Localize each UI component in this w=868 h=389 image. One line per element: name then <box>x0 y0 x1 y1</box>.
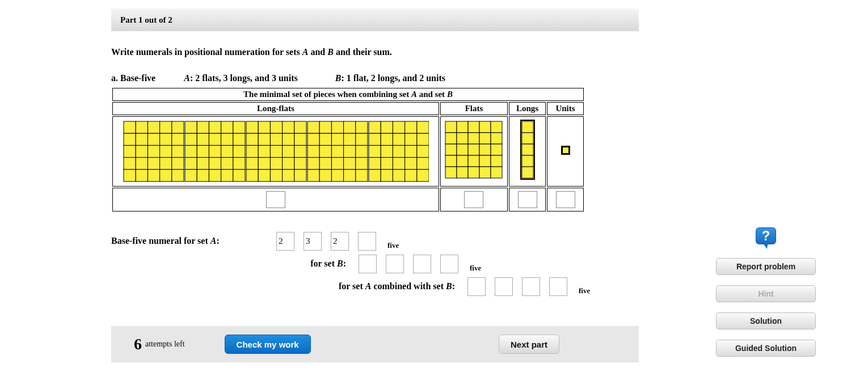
svg-rect-84 <box>356 133 368 145</box>
set-b-digit-1[interactable] <box>359 255 377 273</box>
svg-rect-30 <box>185 133 197 145</box>
svg-rect-27 <box>209 121 221 133</box>
flats-count-input[interactable] <box>464 191 483 208</box>
svg-rect-66 <box>258 158 270 170</box>
svg-rect-41 <box>197 158 209 170</box>
combined-subscript: five <box>579 286 590 298</box>
svg-rect-47 <box>209 170 221 181</box>
svg-rect-38 <box>221 145 233 157</box>
col-header-flats: Flats <box>440 102 508 115</box>
svg-rect-137 <box>468 144 479 155</box>
combined-digit-3[interactable] <box>522 277 540 296</box>
longs-input-cell <box>509 188 546 212</box>
svg-rect-114 <box>417 145 429 157</box>
svg-rect-53 <box>283 121 294 133</box>
row-c-b: B <box>446 281 452 291</box>
col-header-longs: Longs <box>509 102 546 115</box>
svg-rect-64 <box>294 145 306 157</box>
set-b-digit-2[interactable] <box>386 255 404 273</box>
svg-rect-85 <box>307 145 319 157</box>
svg-rect-144 <box>491 155 502 167</box>
svg-rect-91 <box>319 158 331 170</box>
svg-rect-136 <box>457 144 468 155</box>
question-mark-icon: ? <box>756 227 776 244</box>
longflats-input-cell <box>112 188 439 212</box>
svg-rect-42 <box>209 158 221 170</box>
longflats-cell <box>112 116 439 187</box>
longs-count-input[interactable] <box>518 191 537 208</box>
svg-rect-115 <box>369 158 381 170</box>
check-my-work-button[interactable]: Check my work <box>225 335 311 354</box>
attempts-text: attempts left <box>145 340 185 349</box>
svg-rect-13 <box>160 145 172 157</box>
set-a-digit-1[interactable] <box>276 232 294 251</box>
set-a-subscript: five <box>387 241 399 252</box>
svg-rect-17 <box>148 158 159 170</box>
svg-rect-60 <box>246 145 258 157</box>
svg-rect-125 <box>445 121 457 133</box>
set-a-digit-2[interactable] <box>304 232 322 251</box>
svg-rect-149 <box>491 167 502 178</box>
svg-rect-88 <box>344 145 356 157</box>
svg-rect-62 <box>270 145 282 157</box>
row-set-b: for set B: five <box>111 252 639 275</box>
svg-rect-19 <box>172 158 184 170</box>
svg-rect-7 <box>148 133 159 145</box>
row-a-a: A <box>210 236 217 246</box>
svg-rect-32 <box>209 133 221 145</box>
hint-button[interactable]: Hint <box>716 285 816 302</box>
svg-rect-98 <box>344 170 356 181</box>
report-problem-button[interactable]: Report problem <box>716 258 816 275</box>
set-b-digit-3[interactable] <box>413 255 431 273</box>
svg-rect-126 <box>457 121 468 133</box>
solution-button[interactable]: Solution <box>716 312 816 329</box>
set-a-digit-4[interactable] <box>358 232 376 251</box>
svg-rect-129 <box>491 121 502 133</box>
svg-rect-111 <box>381 145 393 157</box>
part-header: Part 1 out of 2 <box>111 9 639 31</box>
longflats-count-input[interactable] <box>266 191 285 208</box>
col-header-units: Units <box>547 102 584 115</box>
row-combined: for set A combined with set B: five <box>111 275 639 298</box>
svg-rect-20 <box>124 170 136 181</box>
svg-rect-82 <box>331 133 343 145</box>
combined-digit-2[interactable] <box>495 277 513 296</box>
next-part-button[interactable]: Next part <box>499 335 559 354</box>
svg-rect-67 <box>270 158 282 170</box>
combined-digit-1[interactable] <box>467 277 486 296</box>
instruction-b: B <box>327 47 334 57</box>
svg-rect-71 <box>258 170 270 181</box>
combined-digit-4[interactable] <box>549 277 567 296</box>
row-a-label: Base-five numeral for set A: <box>111 236 267 246</box>
help-icon[interactable]: ? <box>754 224 778 248</box>
svg-rect-97 <box>331 170 343 181</box>
units-count-input[interactable] <box>556 191 575 208</box>
set-a-digit-3[interactable] <box>331 232 349 251</box>
svg-rect-1 <box>136 121 148 133</box>
svg-rect-152 <box>522 133 533 144</box>
svg-rect-155 <box>522 167 533 178</box>
svg-rect-58 <box>283 133 294 145</box>
svg-rect-80 <box>307 133 319 145</box>
svg-rect-94 <box>356 158 368 170</box>
svg-rect-124 <box>417 170 429 181</box>
svg-rect-6 <box>136 133 148 145</box>
svg-rect-73 <box>283 170 294 181</box>
svg-rect-61 <box>258 145 270 157</box>
guided-solution-button[interactable]: Guided Solution <box>716 340 816 357</box>
set-b-digit-4[interactable] <box>440 255 458 273</box>
set-a-name: A <box>184 73 190 83</box>
svg-rect-40 <box>185 158 197 170</box>
svg-rect-146 <box>457 167 468 178</box>
svg-rect-59 <box>294 133 306 145</box>
svg-rect-48 <box>221 170 233 181</box>
svg-rect-123 <box>405 170 417 181</box>
svg-rect-14 <box>172 145 184 157</box>
svg-rect-135 <box>445 144 457 155</box>
set-a-desc: : 2 flats, 3 longs, and 3 units <box>190 73 298 83</box>
svg-rect-112 <box>393 145 404 157</box>
svg-rect-87 <box>331 145 343 157</box>
svg-rect-54 <box>294 121 306 133</box>
svg-rect-127 <box>468 121 479 133</box>
row-c-post: : <box>452 281 455 291</box>
